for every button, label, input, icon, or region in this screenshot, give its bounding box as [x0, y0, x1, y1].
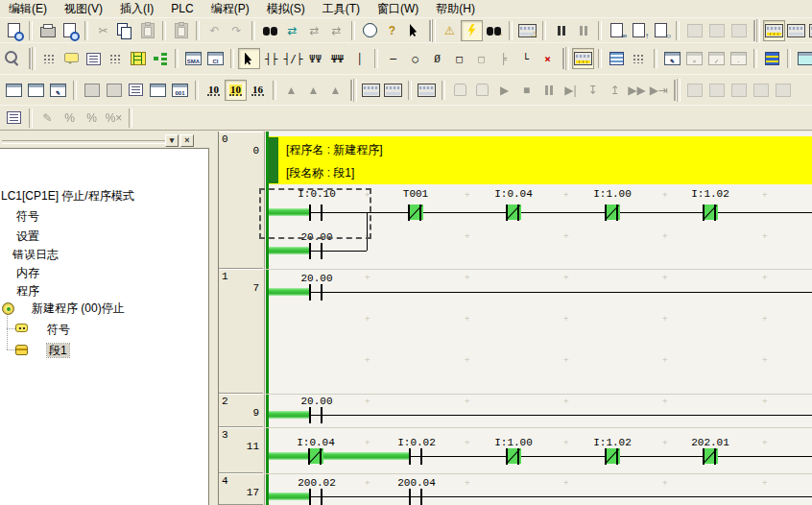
horizontal-line-icon[interactable]: ─ [382, 48, 404, 69]
contact-leg [321, 204, 322, 221]
ci-window-icon[interactable]: CI [204, 48, 227, 69]
menu-s[interactable]: 模拟(S) [258, 0, 314, 17]
hex-monitor-icon[interactable]: 16 [247, 80, 269, 101]
new-instruction-icon[interactable]: □ [448, 48, 470, 69]
flag-icon[interactable] [125, 80, 147, 101]
menu-i[interactable]: 插入(I) [111, 0, 162, 17]
or-branch-wire [367, 212, 368, 251]
symbol-tree-icon[interactable] [149, 48, 171, 69]
compare-program-icon[interactable] [416, 80, 438, 101]
rung-annotation-icon[interactable] [83, 48, 105, 69]
operand-label: I:1.02 [572, 437, 653, 448]
ladder-view-icon[interactable] [127, 48, 149, 69]
tree-program-symbols[interactable]: 符号 [47, 323, 70, 336]
compile-icon[interactable]: ⚠ [439, 20, 461, 41]
line-delete-icon[interactable]: × [537, 48, 559, 69]
menu-e[interactable]: 编辑(E) [0, 0, 56, 17]
plc-io-table-icon[interactable] [763, 20, 785, 41]
new-closed-contact-icon[interactable]: ┤/├ [282, 48, 304, 69]
new-or-closed-contact-icon[interactable]: ΨΨ [326, 48, 348, 69]
rung-margin-cell[interactable]: 00 [219, 132, 263, 269]
menu-v[interactable]: 视图(V) [56, 0, 111, 17]
workspace-collapse-button[interactable]: ▾ [165, 134, 179, 147]
rung-margin-cell[interactable]: 29 [219, 394, 263, 427]
rung-margin-cell[interactable]: 17 [219, 269, 263, 394]
new-coil-icon[interactable]: ○ [404, 48, 426, 69]
plc-memory-icon[interactable] [807, 20, 812, 41]
grid-mark: + [465, 191, 469, 198]
watch-panel-icon[interactable] [147, 80, 169, 101]
cascade-windows-icon[interactable] [3, 80, 25, 101]
binary-panel-icon[interactable]: 001 [169, 80, 191, 101]
tree-plc[interactable]: LC1[CP1E] 停止/程序模式 [1, 189, 134, 203]
view-large-icon[interactable] [3, 20, 25, 41]
workspace-close-button[interactable]: × [180, 134, 194, 147]
tree-error-log[interactable]: 错误日志 [12, 248, 59, 261]
online-work-icon[interactable] [461, 20, 483, 41]
tree-symbols[interactable]: 符号 [16, 209, 39, 223]
context-help-icon[interactable]: ? [403, 20, 425, 41]
transfer-to-plc-icon[interactable] [606, 48, 628, 69]
local-network-icon[interactable] [103, 80, 125, 101]
ladder-editor[interactable]: 001729311417 [程序名 : 新建程序] [段名称 : 段1] +++… [218, 132, 812, 505]
transfer-options-icon[interactable] [628, 48, 650, 69]
menu-t[interactable]: 工具(T) [314, 0, 369, 17]
workspace-grip[interactable] [2, 140, 173, 144]
menu-p[interactable]: 编程(P) [203, 0, 258, 17]
vertical-line-icon[interactable]: │ [348, 48, 370, 69]
cross-reference-icon[interactable] [81, 80, 103, 101]
tree-section1[interactable]: 段1 [47, 344, 69, 357]
doc-monitor-icon[interactable]: ∞ [606, 20, 628, 41]
new-or-contact-icon[interactable]: ΨΨ [304, 48, 326, 69]
doc-upload-icon[interactable]: ↑ [628, 20, 650, 41]
transfer-warning-icon[interactable]: ⚠ [516, 20, 538, 41]
tree-settings[interactable]: 设置 [16, 229, 39, 243]
plc-settings-icon[interactable] [785, 20, 807, 41]
online-edit-rung-icon[interactable]: ✎ [661, 48, 683, 69]
find-icon[interactable] [259, 20, 281, 41]
find-compile-error-icon[interactable]: ⚠ [483, 20, 505, 41]
io-comment-icon[interactable] [105, 48, 127, 69]
tile-windows-icon[interactable] [25, 80, 47, 101]
workspace-splitter[interactable] [209, 132, 218, 505]
rung-step-number: 0 [221, 146, 259, 156]
show-grid-icon[interactable] [38, 48, 60, 69]
transfer-compare-icon[interactable] [382, 80, 404, 101]
tree-memory[interactable]: 内存 [16, 266, 39, 279]
rung-margin-cell[interactable]: 311 [219, 427, 263, 473]
power-flow-bar [269, 208, 309, 216]
new-contact-icon[interactable]: ┤├ [260, 48, 282, 69]
monitor-window-icon[interactable] [795, 48, 812, 69]
mnemonics-view-icon[interactable]: SMA [182, 48, 204, 69]
help-icon[interactable]: ? [381, 20, 403, 41]
replace-icon[interactable]: ⇄ [281, 20, 303, 41]
print-icon[interactable] [36, 20, 59, 41]
properties-icon[interactable]: ✎ [47, 80, 69, 101]
doc-find-icon[interactable]: ○ [650, 20, 672, 41]
contact-leg [309, 407, 311, 423]
menu-plc[interactable]: PLC [162, 0, 202, 17]
transfer-program-icon[interactable] [360, 80, 382, 101]
line-connect-icon[interactable]: └ [514, 48, 537, 69]
zoom-icon[interactable] [3, 48, 25, 69]
signed-decimal-monitor-icon[interactable]: 10 [225, 80, 247, 101]
decimal-monitor-icon[interactable]: 10 [203, 80, 225, 101]
monitor-pause-icon[interactable] [550, 20, 572, 41]
print-preview-icon[interactable] [59, 20, 81, 41]
tree-new-program[interactable]: 新建程序 (00)停止 [32, 301, 125, 315]
copy-icon[interactable] [114, 20, 136, 41]
tree-programs[interactable]: 程序 [16, 284, 39, 298]
watch-window-icon[interactable] [3, 108, 25, 129]
watch-stack-icon[interactable] [761, 48, 783, 69]
operand-label: 20.00 [276, 273, 357, 284]
work-online-simulator-icon[interactable] [572, 48, 594, 69]
select-pointer-icon[interactable] [238, 48, 260, 69]
rung-comment-icon[interactable] [60, 48, 83, 69]
menu-h[interactable]: 帮助(H) [427, 0, 484, 17]
io-panel-2-icon [705, 80, 728, 101]
rung-margin-cell[interactable]: 417 [219, 473, 263, 505]
menu-w[interactable]: 窗口(W) [369, 0, 427, 17]
rung-comment-block[interactable]: [程序名 : 新建程序] [段名称 : 段1] [269, 136, 812, 184]
new-closed-coil-icon[interactable]: Ø [426, 48, 448, 69]
info-icon[interactable] [359, 20, 381, 41]
